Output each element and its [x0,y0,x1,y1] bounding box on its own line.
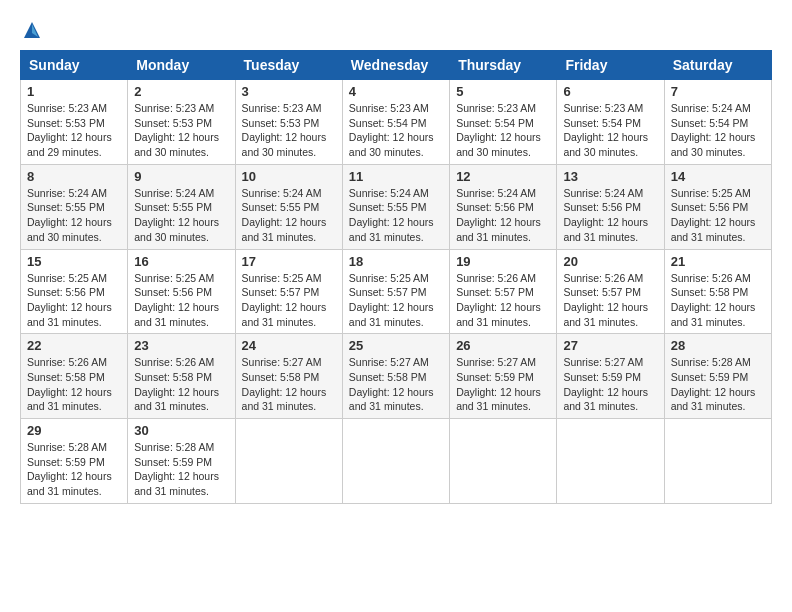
day-info: Sunrise: 5:26 AMSunset: 5:57 PMDaylight:… [456,271,550,330]
calendar-table: SundayMondayTuesdayWednesdayThursdayFrid… [20,50,772,504]
day-number: 20 [563,254,657,269]
calendar-cell: 16Sunrise: 5:25 AMSunset: 5:56 PMDayligh… [128,249,235,334]
day-number: 21 [671,254,765,269]
day-info: Sunrise: 5:27 AMSunset: 5:59 PMDaylight:… [563,355,657,414]
day-number: 15 [27,254,121,269]
day-number: 7 [671,84,765,99]
logo [20,20,42,40]
day-number: 22 [27,338,121,353]
calendar-header-tuesday: Tuesday [235,51,342,80]
calendar-cell: 25Sunrise: 5:27 AMSunset: 5:58 PMDayligh… [342,334,449,419]
day-number: 29 [27,423,121,438]
calendar-header-thursday: Thursday [450,51,557,80]
calendar-cell: 3Sunrise: 5:23 AMSunset: 5:53 PMDaylight… [235,80,342,165]
calendar-cell: 1Sunrise: 5:23 AMSunset: 5:53 PMDaylight… [21,80,128,165]
calendar-week-row: 1Sunrise: 5:23 AMSunset: 5:53 PMDaylight… [21,80,772,165]
day-info: Sunrise: 5:24 AMSunset: 5:56 PMDaylight:… [456,186,550,245]
day-number: 16 [134,254,228,269]
calendar-cell: 20Sunrise: 5:26 AMSunset: 5:57 PMDayligh… [557,249,664,334]
calendar-cell: 18Sunrise: 5:25 AMSunset: 5:57 PMDayligh… [342,249,449,334]
day-number: 8 [27,169,121,184]
calendar-cell: 27Sunrise: 5:27 AMSunset: 5:59 PMDayligh… [557,334,664,419]
calendar-week-row: 29Sunrise: 5:28 AMSunset: 5:59 PMDayligh… [21,419,772,504]
calendar-header-sunday: Sunday [21,51,128,80]
day-info: Sunrise: 5:26 AMSunset: 5:58 PMDaylight:… [134,355,228,414]
day-info: Sunrise: 5:24 AMSunset: 5:56 PMDaylight:… [563,186,657,245]
day-number: 25 [349,338,443,353]
day-number: 6 [563,84,657,99]
calendar-cell: 2Sunrise: 5:23 AMSunset: 5:53 PMDaylight… [128,80,235,165]
day-info: Sunrise: 5:25 AMSunset: 5:56 PMDaylight:… [27,271,121,330]
day-info: Sunrise: 5:23 AMSunset: 5:53 PMDaylight:… [134,101,228,160]
day-number: 2 [134,84,228,99]
day-number: 26 [456,338,550,353]
calendar-header-friday: Friday [557,51,664,80]
calendar-cell [557,419,664,504]
day-info: Sunrise: 5:26 AMSunset: 5:58 PMDaylight:… [27,355,121,414]
day-info: Sunrise: 5:28 AMSunset: 5:59 PMDaylight:… [27,440,121,499]
day-info: Sunrise: 5:28 AMSunset: 5:59 PMDaylight:… [671,355,765,414]
day-number: 23 [134,338,228,353]
calendar-cell: 21Sunrise: 5:26 AMSunset: 5:58 PMDayligh… [664,249,771,334]
day-number: 27 [563,338,657,353]
calendar-week-row: 22Sunrise: 5:26 AMSunset: 5:58 PMDayligh… [21,334,772,419]
day-number: 13 [563,169,657,184]
day-info: Sunrise: 5:25 AMSunset: 5:57 PMDaylight:… [349,271,443,330]
calendar-header-wednesday: Wednesday [342,51,449,80]
calendar-header-saturday: Saturday [664,51,771,80]
day-number: 18 [349,254,443,269]
day-number: 24 [242,338,336,353]
calendar-cell: 8Sunrise: 5:24 AMSunset: 5:55 PMDaylight… [21,164,128,249]
calendar-cell: 29Sunrise: 5:28 AMSunset: 5:59 PMDayligh… [21,419,128,504]
day-info: Sunrise: 5:23 AMSunset: 5:54 PMDaylight:… [349,101,443,160]
day-number: 12 [456,169,550,184]
calendar-cell [450,419,557,504]
day-number: 30 [134,423,228,438]
calendar-cell [235,419,342,504]
calendar-cell: 6Sunrise: 5:23 AMSunset: 5:54 PMDaylight… [557,80,664,165]
day-number: 19 [456,254,550,269]
calendar-week-row: 8Sunrise: 5:24 AMSunset: 5:55 PMDaylight… [21,164,772,249]
calendar-cell: 10Sunrise: 5:24 AMSunset: 5:55 PMDayligh… [235,164,342,249]
calendar-cell: 17Sunrise: 5:25 AMSunset: 5:57 PMDayligh… [235,249,342,334]
day-info: Sunrise: 5:24 AMSunset: 5:55 PMDaylight:… [134,186,228,245]
calendar-cell: 30Sunrise: 5:28 AMSunset: 5:59 PMDayligh… [128,419,235,504]
day-info: Sunrise: 5:26 AMSunset: 5:57 PMDaylight:… [563,271,657,330]
day-info: Sunrise: 5:26 AMSunset: 5:58 PMDaylight:… [671,271,765,330]
calendar-cell: 13Sunrise: 5:24 AMSunset: 5:56 PMDayligh… [557,164,664,249]
header [20,20,772,40]
day-number: 17 [242,254,336,269]
calendar-cell: 14Sunrise: 5:25 AMSunset: 5:56 PMDayligh… [664,164,771,249]
calendar-cell: 7Sunrise: 5:24 AMSunset: 5:54 PMDaylight… [664,80,771,165]
calendar-header-monday: Monday [128,51,235,80]
day-number: 14 [671,169,765,184]
day-info: Sunrise: 5:28 AMSunset: 5:59 PMDaylight:… [134,440,228,499]
calendar-cell: 28Sunrise: 5:28 AMSunset: 5:59 PMDayligh… [664,334,771,419]
day-info: Sunrise: 5:24 AMSunset: 5:55 PMDaylight:… [27,186,121,245]
day-info: Sunrise: 5:25 AMSunset: 5:56 PMDaylight:… [134,271,228,330]
day-info: Sunrise: 5:24 AMSunset: 5:54 PMDaylight:… [671,101,765,160]
calendar-cell: 15Sunrise: 5:25 AMSunset: 5:56 PMDayligh… [21,249,128,334]
calendar-cell: 4Sunrise: 5:23 AMSunset: 5:54 PMDaylight… [342,80,449,165]
day-info: Sunrise: 5:27 AMSunset: 5:58 PMDaylight:… [349,355,443,414]
calendar-week-row: 15Sunrise: 5:25 AMSunset: 5:56 PMDayligh… [21,249,772,334]
day-info: Sunrise: 5:27 AMSunset: 5:59 PMDaylight:… [456,355,550,414]
day-info: Sunrise: 5:24 AMSunset: 5:55 PMDaylight:… [349,186,443,245]
day-info: Sunrise: 5:23 AMSunset: 5:53 PMDaylight:… [27,101,121,160]
day-info: Sunrise: 5:23 AMSunset: 5:53 PMDaylight:… [242,101,336,160]
calendar-cell: 11Sunrise: 5:24 AMSunset: 5:55 PMDayligh… [342,164,449,249]
day-info: Sunrise: 5:25 AMSunset: 5:56 PMDaylight:… [671,186,765,245]
calendar-header-row: SundayMondayTuesdayWednesdayThursdayFrid… [21,51,772,80]
day-number: 10 [242,169,336,184]
day-number: 11 [349,169,443,184]
calendar-cell: 24Sunrise: 5:27 AMSunset: 5:58 PMDayligh… [235,334,342,419]
calendar-cell: 26Sunrise: 5:27 AMSunset: 5:59 PMDayligh… [450,334,557,419]
day-number: 28 [671,338,765,353]
day-info: Sunrise: 5:24 AMSunset: 5:55 PMDaylight:… [242,186,336,245]
day-number: 5 [456,84,550,99]
calendar-cell: 5Sunrise: 5:23 AMSunset: 5:54 PMDaylight… [450,80,557,165]
calendar-cell: 23Sunrise: 5:26 AMSunset: 5:58 PMDayligh… [128,334,235,419]
calendar-cell: 12Sunrise: 5:24 AMSunset: 5:56 PMDayligh… [450,164,557,249]
day-number: 4 [349,84,443,99]
day-number: 9 [134,169,228,184]
